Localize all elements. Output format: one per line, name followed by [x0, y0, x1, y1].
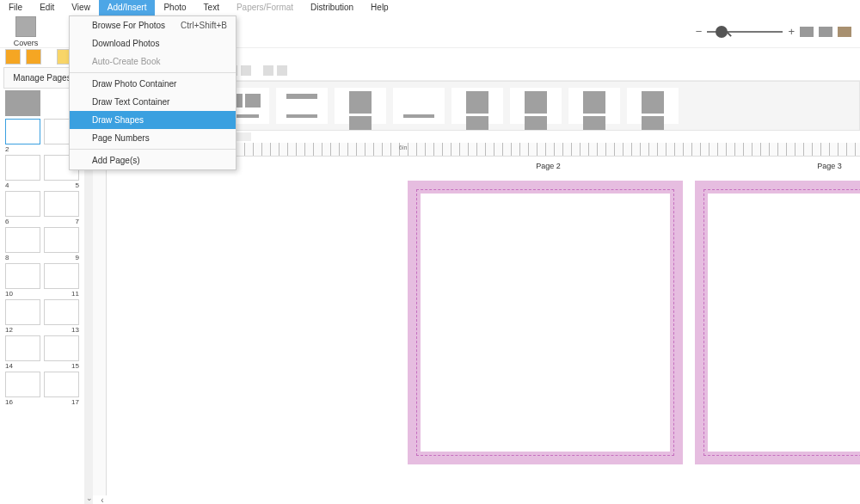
layout-template[interactable] — [452, 88, 503, 124]
dd-auto-create-book: Auto-Create Book — [70, 52, 236, 71]
menu-distribution[interactable]: Distribution — [302, 0, 362, 15]
chevron-down-icon[interactable]: ⌄ — [86, 494, 93, 502]
menu-file[interactable]: File — [0, 0, 31, 15]
distribute-v-button[interactable] — [241, 65, 251, 76]
page-thumbnail[interactable] — [44, 191, 79, 217]
dd-page-numbers[interactable]: Page Numbers — [70, 129, 236, 147]
group-button[interactable] — [263, 65, 273, 76]
menu-edit[interactable]: Edit — [31, 0, 63, 15]
page-spread — [408, 181, 860, 464]
canvas[interactable]: Page 2 Page 3 — [107, 157, 860, 495]
page-number: 8 — [5, 254, 40, 261]
page-thumbnail[interactable] — [44, 263, 79, 289]
dd-draw-shapes[interactable]: Draw Shapes — [70, 111, 236, 129]
page-number: 10 — [5, 290, 40, 298]
page-thumbnail[interactable] — [44, 372, 79, 397]
page-thumbnail[interactable] — [44, 227, 79, 253]
zoom-out-button[interactable]: − — [696, 25, 703, 38]
page-thumbnail[interactable] — [5, 263, 40, 289]
add-insert-dropdown: Browse For PhotosCtrl+Shift+B Download P… — [69, 15, 236, 170]
page-thumbnail[interactable] — [5, 90, 40, 116]
page-label-left: Page 2 — [408, 157, 689, 175]
zoom-slider[interactable] — [707, 31, 783, 33]
dd-separator — [70, 72, 236, 73]
dd-download-photos[interactable]: Download Photos — [70, 34, 236, 52]
page-number: 17 — [44, 398, 79, 406]
view-mode3-icon[interactable] — [838, 27, 851, 37]
page-number: 14 — [5, 362, 40, 370]
page-thumbnail[interactable] — [5, 191, 40, 217]
dd-shortcut: Ctrl+Shift+B — [181, 21, 227, 30]
menu-photo[interactable]: Photo — [155, 0, 194, 15]
page-thumbnail[interactable] — [44, 299, 79, 325]
page-number: 4 — [5, 181, 40, 189]
layout-template[interactable] — [335, 88, 386, 124]
dd-add-pages[interactable]: Add Page(s) — [70, 151, 236, 169]
zoom-in-button[interactable]: + — [788, 25, 795, 38]
page-number: 5 — [44, 181, 79, 189]
layout-template[interactable] — [393, 88, 445, 124]
menubar: File Edit View Add/Insert Photo Text Pap… — [0, 0, 860, 15]
zoom-handle-icon[interactable] — [716, 26, 728, 38]
page-number: 2 — [5, 145, 40, 153]
page-thumbnail[interactable] — [5, 227, 40, 253]
menu-help[interactable]: Help — [362, 0, 397, 15]
covers-icon — [15, 16, 36, 37]
page-thumbnail[interactable] — [5, 335, 40, 361]
page-number: 12 — [5, 326, 40, 334]
layout-template[interactable] — [568, 88, 620, 124]
dd-separator — [70, 149, 236, 150]
page-number: 7 — [44, 218, 79, 225]
page-number: 13 — [44, 326, 79, 334]
layout-template[interactable] — [510, 88, 562, 124]
page-thumbnail[interactable] — [5, 299, 40, 325]
page-label-right: Page 3 — [689, 157, 860, 175]
page-number: 16 — [5, 398, 40, 406]
ruler-mark: 6in — [399, 144, 407, 151]
page-thumbnail[interactable] — [5, 372, 40, 397]
menu-text[interactable]: Text — [195, 0, 228, 15]
templates-button[interactable] — [26, 49, 41, 65]
dd-label: Browse For Photos — [92, 21, 165, 30]
vertical-ruler — [93, 157, 107, 495]
ungroup-button[interactable] — [277, 65, 287, 76]
page-left[interactable] — [408, 181, 683, 464]
menu-add-insert[interactable]: Add/Insert — [99, 0, 156, 15]
dd-draw-photo-container[interactable]: Draw Photo Container — [70, 75, 236, 93]
canvas-hscroll: ‹ — [93, 495, 860, 504]
page-number: 11 — [44, 290, 79, 298]
page-thumbnail[interactable] — [5, 155, 40, 181]
layout-template[interactable] — [627, 88, 679, 124]
menu-papers-format: Papers/Format — [228, 0, 302, 15]
view-mode-icon[interactable] — [800, 27, 814, 37]
dd-browse-photos[interactable]: Browse For PhotosCtrl+Shift+B — [70, 16, 236, 34]
page-thumbnail[interactable] — [44, 335, 79, 361]
page-number: 15 — [44, 362, 79, 370]
view-mode2-icon[interactable] — [819, 27, 832, 37]
layout-template[interactable] — [276, 88, 328, 124]
page-right[interactable] — [695, 181, 860, 464]
page-number: 6 — [5, 218, 40, 225]
page-number: 9 — [44, 254, 79, 261]
page-thumbnail[interactable] — [5, 119, 40, 144]
menu-view[interactable]: View — [63, 0, 99, 15]
add-page-button[interactable] — [5, 49, 21, 65]
covers-label: Covers — [14, 39, 39, 47]
covers-button[interactable]: Covers — [0, 16, 52, 47]
dd-draw-text-container[interactable]: Draw Text Container — [70, 93, 236, 111]
chevron-left-icon[interactable]: ‹ — [96, 495, 108, 505]
